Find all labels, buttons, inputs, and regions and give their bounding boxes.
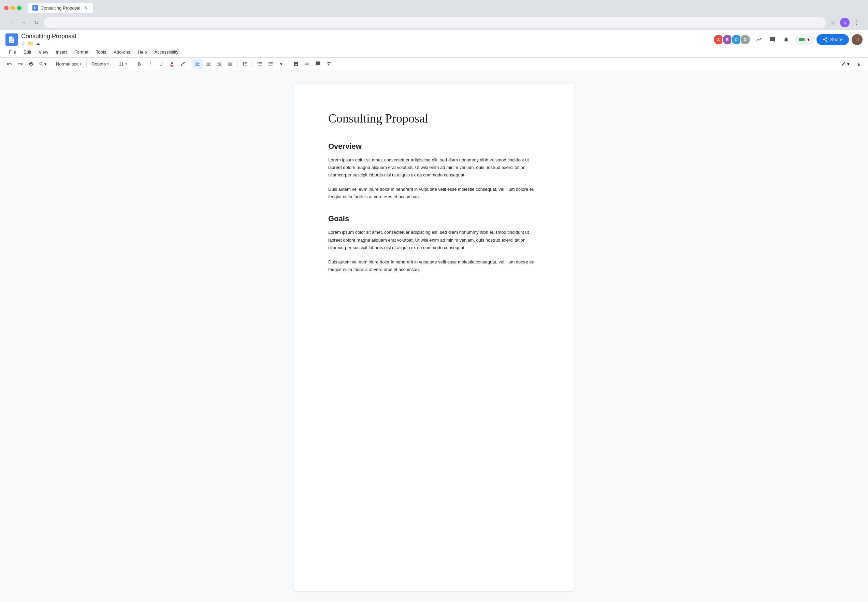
share-label: Share: [830, 37, 843, 42]
overview-para-1: Lorem ipsum dolor sit amet, consectetuer…: [328, 156, 540, 179]
align-left-button[interactable]: [192, 59, 202, 69]
menu-accessibility[interactable]: Accessibility: [151, 48, 182, 56]
clear-format-button[interactable]: [324, 59, 334, 69]
insert-comment-button[interactable]: [313, 59, 323, 69]
overview-para-2: Duis autem vel eum iriure dolor in hendr…: [328, 186, 540, 201]
cloud-icon[interactable]: ☁: [35, 41, 40, 46]
comments-button[interactable]: [767, 34, 778, 45]
close-button[interactable]: [4, 6, 9, 10]
app-title-left: Consulting Proposal ☆ 📁 ☁: [5, 33, 76, 46]
editing-mode-label: ▾: [847, 61, 850, 66]
italic-button[interactable]: I: [145, 59, 155, 69]
doc-area[interactable]: Consulting Proposal Overview Lorem ipsum…: [0, 70, 868, 602]
show-more-button[interactable]: ▲: [854, 59, 864, 69]
tab-bar: D Consulting Proposal ✕: [4, 3, 864, 13]
svg-rect-0: [799, 38, 803, 41]
text-style-label: Normal text: [56, 61, 78, 66]
section-title-goals: Goals: [328, 214, 540, 223]
tab-close-button[interactable]: ✕: [83, 5, 88, 11]
editing-mode-button[interactable]: ▾: [837, 60, 853, 68]
collab-avatar-4: D: [740, 34, 751, 45]
menu-addons[interactable]: Add-ons: [110, 48, 133, 56]
more-options-button[interactable]: ⋮: [852, 18, 861, 27]
formatting-toolbar: ▾ Normal text ▾ Roboto ▾ 11 ▾ B: [0, 57, 868, 70]
align-right-button[interactable]: [214, 59, 224, 69]
bookmark-button[interactable]: ☆: [828, 18, 838, 27]
app-header: Consulting Proposal ☆ 📁 ☁ A B C D: [0, 30, 868, 70]
text-color-button[interactable]: A: [167, 59, 177, 69]
browser-tab[interactable]: D Consulting Proposal ✕: [28, 3, 93, 13]
text-style-arrow: ▾: [80, 62, 81, 66]
star-icon[interactable]: ☆: [21, 41, 26, 46]
underline-label: U: [159, 61, 163, 66]
reload-button[interactable]: ↻: [31, 18, 41, 27]
sep-7: [252, 60, 253, 68]
tab-favicon: D: [32, 5, 38, 11]
meet-label: ▾: [807, 37, 810, 42]
font-size-dropdown[interactable]: 11 ▾: [116, 60, 129, 68]
font-dropdown[interactable]: Roboto ▾: [89, 60, 112, 68]
folder-icon[interactable]: 📁: [28, 41, 34, 46]
menu-insert[interactable]: Insert: [52, 48, 70, 56]
bullet-list-button[interactable]: [255, 59, 265, 69]
address-bar-row: ← → ↻ ☆ U ⋮: [4, 15, 864, 30]
sep-6: [238, 60, 238, 68]
list-indent-button[interactable]: ▾: [276, 59, 287, 69]
doc-title-group: Consulting Proposal ☆ 📁 ☁: [21, 33, 76, 46]
menu-edit[interactable]: Edit: [20, 48, 34, 56]
align-center-button[interactable]: [203, 59, 213, 69]
text-style-dropdown[interactable]: Normal text ▾: [53, 60, 84, 68]
maximize-button[interactable]: [17, 6, 21, 10]
highlight-button[interactable]: [178, 59, 188, 69]
menu-bar: File Edit View Insert Format Tools Add-o…: [0, 48, 868, 57]
address-bar[interactable]: [44, 17, 826, 28]
menu-tools[interactable]: Tools: [92, 48, 109, 56]
text-color-label: A: [170, 61, 174, 66]
bold-label: B: [138, 61, 141, 66]
menu-help[interactable]: Help: [135, 48, 150, 56]
redo-button[interactable]: [15, 59, 25, 69]
font-arrow: ▾: [107, 62, 109, 66]
font-size-arrow: ▾: [125, 62, 127, 66]
justify-button[interactable]: [225, 59, 235, 69]
doc-title[interactable]: Consulting Proposal: [21, 33, 76, 40]
window-controls: [4, 6, 21, 10]
menu-file[interactable]: File: [5, 48, 20, 56]
font-size-label: 11: [119, 61, 124, 66]
print-button[interactable]: [26, 59, 36, 69]
share-button[interactable]: Share: [816, 34, 849, 45]
bold-button[interactable]: B: [134, 59, 144, 69]
minimize-button[interactable]: [11, 6, 15, 10]
browser-profile-avatar[interactable]: U: [840, 18, 850, 27]
insert-link-button[interactable]: [302, 59, 312, 69]
tab-title: Consulting Proposal: [41, 5, 80, 11]
app-title-right: A B C D: [713, 34, 863, 45]
back-button[interactable]: ←: [7, 18, 16, 27]
analytics-button[interactable]: [753, 34, 764, 45]
section-title-overview: Overview: [328, 142, 540, 151]
sep-5: [190, 60, 190, 68]
forward-button[interactable]: →: [19, 18, 29, 27]
zoom-button[interactable]: ▾: [37, 60, 49, 68]
app-title-row: Consulting Proposal ☆ 📁 ☁ A B C D: [0, 30, 868, 48]
sep-2: [86, 60, 87, 68]
goals-para-2: Duis autem vel eum iriure dolor in hendr…: [328, 258, 540, 273]
goals-para-1: Lorem ipsum dolor sit amet, consectetuer…: [328, 229, 540, 251]
meet-button[interactable]: ▾: [794, 34, 814, 45]
underline-button[interactable]: U: [156, 59, 166, 69]
browser-chrome: D Consulting Proposal ✕ ← → ↻ ☆ U ⋮: [0, 0, 868, 30]
menu-format[interactable]: Format: [71, 48, 92, 56]
sep-3: [113, 60, 114, 68]
undo-button[interactable]: [4, 59, 14, 69]
collab-avatars: A B C D: [713, 34, 751, 45]
doc-main-title: Consulting Proposal: [328, 111, 540, 126]
numbered-list-button[interactable]: [265, 59, 276, 69]
user-avatar[interactable]: U: [852, 34, 863, 45]
browser-actions: ☆ U ⋮: [828, 18, 861, 27]
sep-4: [132, 60, 132, 68]
menu-view[interactable]: View: [35, 48, 52, 56]
insert-image-button[interactable]: [291, 59, 301, 69]
notification-button[interactable]: [781, 34, 791, 45]
line-spacing-button[interactable]: [240, 59, 250, 69]
doc-page: Consulting Proposal Overview Lorem ipsum…: [294, 84, 574, 591]
